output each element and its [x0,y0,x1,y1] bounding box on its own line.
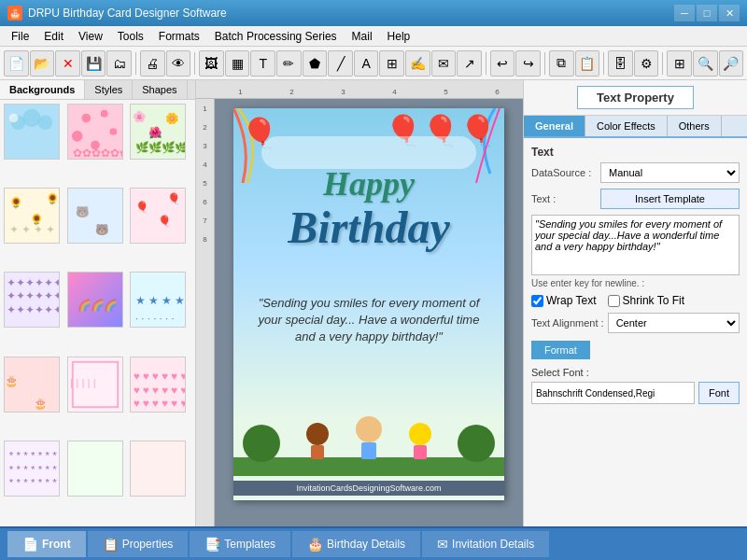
wordart-button[interactable]: A [354,50,379,77]
wrap-text-label: Wrap Text [546,294,597,307]
svg-rect-53 [131,441,185,496]
save-button[interactable]: 💾 [81,50,106,77]
thumbnail-14[interactable] [67,441,123,497]
thumbnail-11[interactable]: | | | | | [67,357,123,413]
card-quote-text: "Sending you smiles for every moment of … [252,295,486,346]
svg-point-61 [356,416,382,442]
menu-edit[interactable]: Edit [36,28,71,45]
insert-template-button[interactable]: Insert Template [600,189,740,209]
svg-point-6 [81,114,91,123]
panel-tabs: Backgrounds Styles Shapes [0,80,195,100]
menu-help[interactable]: Help [380,28,418,45]
format-button[interactable]: Format [531,341,590,359]
shrink-fit-checkbox[interactable] [608,295,620,307]
thumbnail-12[interactable]: ♥ ♥ ♥ ♥ ♥ ♥♥ ♥ ♥ ♥ ♥ ♥♥ ♥ ♥ ♥ ♥ ♥ [130,357,186,413]
thumbnail-13[interactable]: * * * * * * * ** * * * * * * ** * * * * … [4,441,60,497]
draw-button[interactable]: ✏ [276,50,302,77]
preview-button[interactable]: 👁 [166,50,191,77]
canvas-area: 1 2 3 4 5 6 1 2 3 4 5 6 7 8 [196,80,523,526]
svg-point-4 [9,114,19,123]
datasource-row: DataSource : Manual Database [531,162,740,183]
menu-view[interactable]: View [71,28,110,45]
thumbnail-4[interactable]: 🌻🌻🌻✦ ✦ ✦ ✦ ✦ [4,188,60,244]
table-button[interactable]: ⊞ [379,50,404,77]
grid-button[interactable]: ⊞ [667,50,692,77]
thumbnail-7[interactable]: ✦✦✦✦✦✦✦✦✦✦✦✦✦✦✦✦✦✦✦✦✦✦✦✦ [4,272,60,328]
alignment-select[interactable]: Center Left Right Justify [608,313,740,333]
datasource-select[interactable]: Manual Database [600,162,740,183]
text-property-button[interactable]: Text Property [577,86,694,109]
menu-batch[interactable]: Batch Processing Series [207,28,345,45]
thumbnail-2[interactable]: ✿✿✿✿✿✿✿ [67,104,123,160]
shape-button[interactable]: ⬟ [303,50,328,77]
card-bottom-decor [233,392,504,482]
svg-point-55 [243,425,280,462]
svg-rect-52 [68,441,122,496]
thumbnail-3[interactable]: 🌸🌺🌼🌿🌿🌿🌿 [130,104,186,160]
status-tab-invitation-details[interactable]: ✉ Invitation Details [422,531,549,557]
text-content-area[interactable]: "Sending you smiles for every moment of … [531,215,740,275]
svg-text:|  |  |  |  |: | | | | | [70,376,96,388]
thumbnail-15[interactable] [130,441,186,497]
thumbnail-9[interactable]: ★ ★ ★ ★· · · · · · · [130,272,186,328]
save-all-button[interactable]: 🗂 [106,50,132,77]
tab-shapes[interactable]: Shapes [133,80,187,99]
tab-color-effects[interactable]: Color Effects [585,116,668,136]
image-button[interactable]: 🖼 [199,50,224,77]
card-canvas[interactable]: 🎈🎈🎈 🎈 Happy Birthday "Sending you smiles… [233,108,504,500]
thumbnail-8[interactable]: 🌈🌈🌈 [67,272,123,328]
select-font-label: Select Font : [531,367,740,378]
menu-tools[interactable]: Tools [110,28,151,45]
svg-point-8 [72,131,83,142]
barcode-button[interactable]: ▦ [225,50,250,77]
text-button[interactable]: T [250,50,275,77]
tab-general[interactable]: General [524,116,585,136]
svg-text:♥ ♥ ♥ ♥ ♥ ♥: ♥ ♥ ♥ ♥ ♥ ♥ [134,383,185,395]
menu-formats[interactable]: Formats [151,28,207,45]
line-button[interactable]: ╱ [328,50,353,77]
status-tab-birthday-details[interactable]: 🎂 Birthday Details [292,531,420,557]
sign-button[interactable]: ✍ [405,50,430,77]
status-tab-properties[interactable]: 📋 Properties [88,531,189,557]
undo-button[interactable]: ↩ [490,50,515,77]
menu-mail[interactable]: Mail [345,28,380,45]
open-button[interactable]: 📂 [30,50,55,77]
svg-text:🎈: 🎈 [135,201,149,214]
copy-button[interactable]: ⧉ [549,50,574,77]
left-panel: Backgrounds Styles Shapes ✿✿✿✿✿✿✿ 🌸🌺🌼🌿🌿🌿… [0,80,196,526]
close-button[interactable]: ✕ [719,5,740,21]
wrap-text-checkbox[interactable] [531,295,543,307]
checkbox-row: Wrap Text Shrink To Fit [531,294,740,307]
text-property-header: Text Property [524,80,747,116]
thumbnail-5[interactable]: 🐻🐻 [67,188,123,244]
tab-others[interactable]: Others [668,116,722,136]
birthday-details-label: Birthday Details [327,538,405,551]
print-button[interactable]: 🖨 [140,50,165,77]
shrink-fit-label: Shrink To Fit [623,294,684,307]
arrow-button[interactable]: ↗ [457,50,482,77]
settings-button[interactable]: ⚙ [634,50,659,77]
tab-backgrounds[interactable]: Backgrounds [0,80,85,99]
thumbnail-1[interactable] [4,104,60,160]
thumbnail-6[interactable]: 🎈🎈🎈 [130,188,186,244]
zoom-out-button[interactable]: 🔎 [719,50,744,77]
properties-label: Properties [122,538,174,551]
paste-button[interactable]: 📋 [575,50,600,77]
font-button[interactable]: Font [698,382,740,404]
menu-file[interactable]: File [4,28,36,45]
new-button[interactable]: 📄 [4,50,29,77]
maximize-button[interactable]: □ [697,5,717,21]
status-tab-front[interactable]: 📄 Front [7,531,86,557]
tab-styles[interactable]: Styles [85,80,133,99]
db-button[interactable]: 🗄 [608,50,633,77]
status-tab-templates[interactable]: 📑 Templates [190,531,290,557]
email-button[interactable]: ✉ [431,50,457,77]
close-doc-button[interactable]: ✕ [55,50,80,77]
svg-text:✿✿✿✿✿✿✿: ✿✿✿✿✿✿✿ [72,147,121,159]
font-input[interactable] [531,382,695,404]
zoom-in-button[interactable]: 🔍 [693,50,718,77]
redo-button[interactable]: ↪ [515,50,541,77]
minimize-button[interactable]: ─ [674,5,695,21]
card-happy-text: Happy [233,164,504,203]
thumbnail-10[interactable]: 🎂🎂 [4,357,60,413]
